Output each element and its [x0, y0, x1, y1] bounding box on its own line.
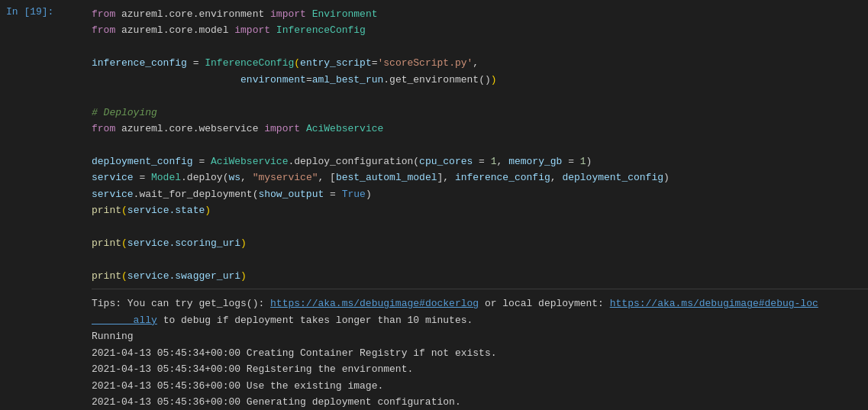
var-deployment-config: deployment_config: [92, 156, 193, 167]
cell-content: from azureml.core.environment import Env…: [92, 0, 868, 410]
kw-import-3: import: [264, 123, 300, 134]
var-inference-config: inference_config: [92, 57, 187, 69]
code-blank-3: [92, 137, 868, 153]
code-line-4: environment=aml_best_run.get_environment…: [92, 72, 868, 88]
kw-from-3: from: [92, 123, 115, 134]
code-line-10: print(service.state): [92, 202, 868, 218]
code-line-5: # Deploying: [92, 105, 868, 121]
tips-prefix: Tips: You can try get_logs():: [92, 298, 270, 309]
output-tips-line: Tips: You can try get_logs(): https://ak…: [92, 295, 868, 328]
kw-from-2: from: [92, 24, 115, 36]
code-line-7: deployment_config = AciWebservice.deploy…: [92, 153, 868, 169]
output-log-1: 2021-04-13 05:45:34+00:00 Creating Conta…: [92, 345, 868, 361]
code-line-9: service.wait_for_deployment(show_output …: [92, 186, 868, 202]
debug-dockerlog-link[interactable]: https://aka.ms/debugimage#dockerlog: [270, 298, 479, 309]
output-log-4: 2021-04-13 05:45:36+00:00 Generating dep…: [92, 394, 868, 410]
code-line-11: print(service.scoring_uri): [92, 235, 868, 251]
cell-label: In [19]:: [0, 0, 92, 410]
module-1: azureml.core.environment: [115, 8, 270, 20]
code-line-12: print(service.swagger_uri): [92, 268, 868, 284]
cell-in-label: In [19]:: [6, 6, 53, 18]
code-blank-2: [92, 88, 868, 104]
code-line-8: service = Model.deploy(ws, "myservice", …: [92, 169, 868, 186]
code-blank-4: [92, 219, 868, 235]
code-line-6: from azureml.core.webservice import AciW…: [92, 121, 868, 137]
kw-import-1: import: [270, 8, 306, 20]
classname-1: Environment: [306, 8, 378, 20]
output-area: Tips: You can try get_logs(): https://ak…: [92, 292, 868, 410]
comment-deploying: # Deploying: [92, 107, 157, 118]
module-2: azureml.core.model: [115, 24, 234, 36]
notebook-cell: In [19]: from azureml.core.environment i…: [0, 0, 868, 410]
tips-mid: or local deployment:: [479, 298, 610, 309]
output-divider: [92, 289, 868, 289]
code-blank-1: [92, 39, 868, 55]
kw-from-1: from: [92, 8, 115, 20]
code-line-1: from azureml.core.environment import Env…: [92, 6, 868, 22]
cls-inferenceconfig: InferenceConfig: [205, 57, 294, 69]
code-blank-5: [92, 252, 868, 268]
var-service: service: [92, 172, 134, 183]
classname-2: InferenceConfig: [270, 24, 366, 36]
kw-import-2: import: [234, 24, 270, 36]
output-running: Running: [92, 328, 868, 344]
code-line-2: from azureml.core.model import Inference…: [92, 22, 868, 38]
code-area: from azureml.core.environment import Env…: [92, 5, 868, 286]
output-log-3: 2021-04-13 05:45:36+00:00 Use the existi…: [92, 378, 868, 394]
classname-aci: AciWebservice: [300, 123, 383, 134]
tips-suffix: to debug if deployment takes longer than…: [157, 315, 473, 326]
output-log-2: 2021-04-13 05:45:34+00:00 Registering th…: [92, 361, 868, 377]
code-line-3: inference_config = InferenceConfig(entry…: [92, 55, 868, 71]
